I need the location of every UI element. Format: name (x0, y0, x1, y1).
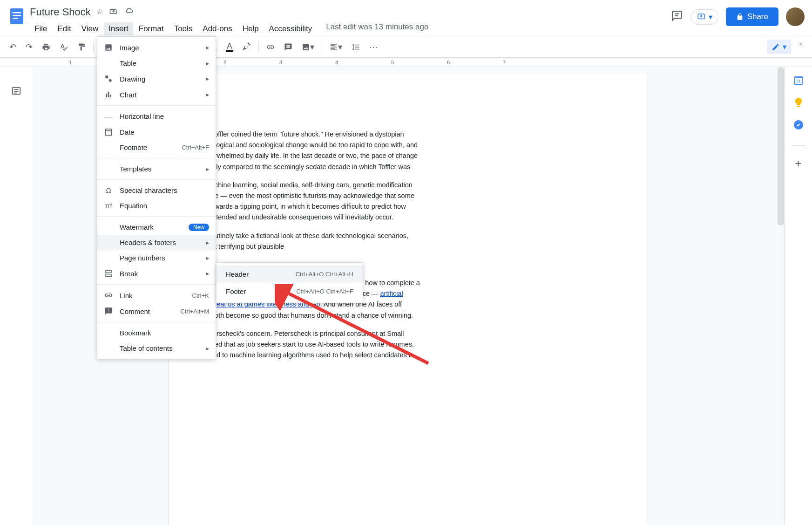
menu-format[interactable]: Format (134, 22, 169, 35)
headers-footers-submenu: HeaderCtrl+Alt+O Ctrl+Alt+HFooterCtrl+Al… (216, 262, 363, 303)
menu-item-table-of-contents[interactable]: Table of contents ▸ (97, 341, 216, 356)
last-edit-link[interactable]: Last edit was 13 minutes ago (326, 22, 428, 35)
spellcheck-button[interactable] (56, 40, 72, 54)
docs-logo[interactable] (7, 7, 26, 25)
svg-rect-22 (106, 270, 111, 273)
ruler-mark: 4 (335, 60, 338, 65)
menu-item-link[interactable]: Link Ctrl+K (97, 287, 216, 303)
submenu-arrow-icon: ▸ (206, 91, 209, 98)
undo-button[interactable]: ↶ (6, 39, 20, 55)
more-button[interactable]: ⋯ (365, 39, 381, 55)
svg-rect-18 (108, 92, 109, 97)
menu-item-templates[interactable]: Templates ▸ (97, 161, 216, 177)
svg-rect-15 (105, 75, 108, 78)
link-icon (104, 291, 113, 300)
move-icon[interactable] (109, 7, 118, 17)
menu-item-page-numbers[interactable]: Page numbers ▸ (97, 250, 216, 266)
app-header: Future Shock ☆ File Edit View Insert For… (0, 0, 812, 36)
comment-history-icon[interactable] (671, 10, 683, 24)
star-icon[interactable]: ☆ (96, 7, 103, 17)
outline-icon[interactable] (11, 86, 21, 525)
paragraph[interactable]: outinely take a fictional look at these … (211, 231, 606, 252)
svg-rect-0 (10, 8, 23, 24)
keep-addon-icon[interactable] (793, 97, 804, 108)
menu-item-break[interactable]: Break ▸ (97, 266, 216, 281)
omega-icon: Ω (104, 186, 113, 194)
print-button[interactable] (38, 40, 54, 54)
document-title[interactable]: Future Shock (30, 6, 91, 18)
link[interactable]: artificial (380, 290, 403, 297)
drawing-icon (104, 75, 113, 83)
paragraph[interactable]: Toffler coined the term "future shock." … (211, 129, 606, 172)
menu-item-chart[interactable]: Chart ▸ (97, 87, 216, 102)
insert-menu-dropdown: Image ▸ Table ▸ Drawing ▸ Chart ▸— Horiz… (97, 36, 216, 359)
break-icon (104, 269, 113, 278)
insert-comment-button[interactable] (280, 40, 296, 54)
line-spacing-button[interactable] (348, 40, 364, 54)
svg-text:31: 31 (796, 79, 800, 83)
menu-item-special-characters[interactable]: Ω Special characters (97, 183, 216, 198)
menu-item-bookmark[interactable]: Bookmark (97, 325, 216, 341)
menu-item-image[interactable]: Image ▸ (97, 40, 216, 55)
menu-file[interactable]: File (30, 22, 52, 35)
paint-format-button[interactable] (74, 40, 89, 54)
menu-insert[interactable]: Insert (104, 22, 133, 35)
calendar-addon-icon[interactable]: 31 (793, 75, 804, 86)
account-avatar[interactable] (786, 7, 805, 26)
share-button[interactable]: Share (726, 7, 778, 26)
redo-button[interactable]: ↷ (22, 39, 36, 55)
svg-point-16 (109, 79, 112, 82)
cloud-status-icon[interactable] (124, 7, 134, 17)
header-actions: ▾ Share (671, 7, 805, 26)
menu-accessibility[interactable]: Accessibility (264, 22, 317, 35)
present-button[interactable]: ▾ (690, 9, 718, 25)
paragraph[interactable]: terscheck's concern. Peterscheck is prin… (211, 328, 606, 361)
submenu-item-header[interactable]: HeaderCtrl+Alt+O Ctrl+Alt+H (217, 266, 363, 283)
submenu-arrow-icon: ▸ (206, 239, 209, 246)
highlight-button[interactable]: 🖍 (239, 39, 255, 55)
menu-item-date[interactable]: Date (97, 124, 216, 140)
share-label: Share (747, 12, 768, 21)
menu-view[interactable]: View (77, 22, 103, 35)
svg-rect-1 (13, 12, 21, 14)
insert-link-button[interactable] (263, 40, 278, 54)
svg-rect-19 (110, 95, 111, 97)
image-icon (104, 43, 113, 52)
align-button[interactable]: ▾ (326, 39, 346, 55)
submenu-arrow-icon: ▸ (206, 75, 209, 82)
menu-item-footnote[interactable]: Footnote Ctrl+Alt+F (97, 140, 216, 155)
insert-image-button[interactable]: ▾ (298, 39, 318, 55)
menu-item-table[interactable]: Table ▸ (97, 55, 216, 71)
editing-mode-button[interactable]: ▾ (767, 40, 791, 54)
paragraph[interactable]: achine learning, social media, self-driv… (211, 180, 606, 223)
hide-menus-button[interactable]: ˄ (795, 39, 806, 55)
left-margin (0, 67, 33, 525)
add-addon-icon[interactable]: + (793, 157, 804, 168)
menu-item-watermark[interactable]: Watermark New (97, 219, 216, 235)
submenu-arrow-icon: ▸ (206, 60, 209, 67)
comment-icon (104, 307, 113, 315)
menu-item-equation[interactable]: π² Equation (97, 198, 216, 213)
title-area: Future Shock ☆ File Edit View Insert For… (30, 4, 671, 35)
menu-item-headers-footers[interactable]: Headers & footers ▸ (97, 235, 216, 250)
ruler-mark: 3 (279, 60, 282, 65)
new-badge: New (189, 224, 209, 231)
menu-item-drawing[interactable]: Drawing ▸ (97, 71, 216, 87)
svg-rect-3 (13, 18, 18, 19)
ruler-mark: 2 (223, 60, 226, 65)
scrollbar[interactable] (778, 67, 784, 225)
menu-edit[interactable]: Edit (53, 22, 75, 35)
submenu-item-footer[interactable]: FooterCtrl+Alt+O Ctrl+Alt+F (217, 283, 363, 300)
pi-icon: π² (104, 202, 113, 210)
tasks-addon-icon[interactable] (793, 119, 804, 130)
menu-item-horizontal-line[interactable]: — Horizontal line (97, 109, 216, 124)
submenu-arrow-icon: ▸ (206, 166, 209, 172)
submenu-arrow-icon: ▸ (206, 255, 209, 261)
menu-addons[interactable]: Add-ons (198, 22, 237, 35)
hline-icon: — (104, 112, 113, 120)
menu-help[interactable]: Help (238, 22, 264, 35)
menu-item-comment[interactable]: Comment Ctrl+Alt+M (97, 303, 216, 319)
ruler-mark: 5 (391, 60, 394, 65)
text-color-button[interactable]: A (222, 39, 237, 55)
menu-tools[interactable]: Tools (169, 22, 197, 35)
